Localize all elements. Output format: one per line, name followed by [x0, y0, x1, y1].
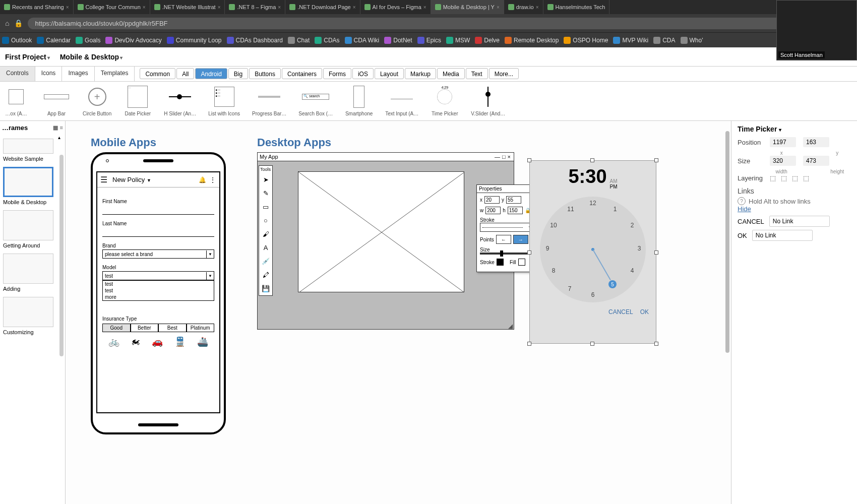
rect-icon[interactable]: ▭ — [259, 200, 272, 214]
brush-icon[interactable]: 🖌 — [259, 227, 272, 241]
tab-controls[interactable]: Controls — [0, 67, 35, 81]
browser-tab[interactable]: .NET Download Page× — [285, 0, 360, 14]
tab-templates[interactable]: Templates — [95, 67, 135, 81]
widget-item[interactable]: App Bar — [42, 85, 71, 117]
scrollbar-vertical[interactable] — [724, 121, 731, 504]
last-name-input[interactable] — [102, 227, 214, 237]
arrow-left-button[interactable]: ← — [496, 235, 511, 244]
link-select[interactable]: No Link — [769, 216, 830, 227]
minimize-icon[interactable]: — — [494, 154, 501, 160]
car-icon[interactable]: 🚗 — [152, 336, 163, 347]
desktop-window-mockup[interactable]: My App — □ × Tools ➤ ✎ ▭ ○ 🖌 A 💉 🖍 — [257, 152, 514, 330]
cancel-button[interactable]: CANCEL — [608, 308, 633, 316]
filter-button[interactable]: All — [176, 68, 194, 79]
help-icon[interactable]: ? — [738, 197, 746, 205]
bookmark[interactable]: DotNet — [384, 37, 412, 44]
y-input[interactable] — [506, 196, 521, 204]
selection-handle[interactable] — [527, 250, 531, 255]
bring-front-icon[interactable]: ⬚ — [770, 174, 776, 182]
resize-handle-icon[interactable]: ◢ — [508, 323, 513, 330]
send-backward-icon[interactable]: ⬚ — [792, 174, 798, 182]
close-icon[interactable]: × — [66, 5, 69, 10]
phone-mockup[interactable]: ☰ New Policy ▼ 🔔 ⋮ First Name Last Name … — [91, 152, 226, 434]
list-item[interactable]: test — [103, 287, 214, 294]
fill-color-swatch[interactable] — [518, 259, 525, 266]
arrow-right-button[interactable]: → — [513, 235, 528, 244]
bookmark[interactable]: Who' — [681, 37, 703, 44]
browser-tab[interactable]: Hanselminutes Tech — [543, 0, 610, 14]
first-name-input[interactable] — [102, 205, 214, 215]
browser-tab[interactable]: Mobile & Desktop | Y× — [431, 0, 504, 14]
wireframe-thumb[interactable]: Getting Around — [2, 209, 63, 249]
browser-tab[interactable]: Recents and Sharing× — [0, 0, 74, 14]
motorcycle-icon[interactable]: 🏍 — [131, 336, 140, 347]
segment-button[interactable]: Better — [131, 324, 159, 332]
bookmark[interactable]: CDAs — [315, 37, 339, 44]
widget-item[interactable]: Smartphone — [345, 85, 373, 117]
widget-item[interactable]: Text Input (A… — [385, 85, 418, 117]
panel-title[interactable]: Time Picker ▾ — [738, 125, 851, 133]
pencil-icon[interactable]: ✎ — [259, 186, 272, 200]
close-icon[interactable]: × — [536, 5, 539, 10]
link-select[interactable]: No Link — [752, 230, 813, 241]
lock-icon[interactable]: 🔒 — [14, 19, 23, 27]
pm-label[interactable]: PM — [610, 184, 618, 190]
model-select[interactable]: test — [102, 271, 214, 280]
bicycle-icon[interactable]: 🚲 — [108, 336, 119, 347]
widget-item[interactable]: +Circle Button — [83, 85, 111, 117]
bookmark[interactable]: DevDiv Advocacy — [105, 37, 161, 44]
selection-handle[interactable] — [654, 250, 658, 255]
app-title[interactable]: New Policy ▼ — [107, 176, 199, 183]
url-input[interactable]: https://balsamiq.cloud/stovuk0/ppdghlk/r… — [28, 18, 815, 29]
circle-icon[interactable]: ○ — [259, 214, 272, 227]
widget-item[interactable]: Progress Bar… — [252, 85, 286, 117]
close-icon[interactable]: × — [218, 5, 221, 10]
x-input[interactable] — [484, 196, 500, 204]
project-selector[interactable]: First Project▾ — [5, 53, 50, 61]
wireframe-thumb[interactable]: Mobile & Desktop — [2, 166, 63, 206]
wireframe-thumb[interactable]: Adding — [2, 253, 63, 293]
widget-item[interactable]: ···Date Picker — [124, 85, 152, 117]
selection-handle[interactable] — [527, 158, 531, 162]
stroke-select[interactable]: ▼ — [480, 223, 535, 232]
bookmark[interactable]: OSPO Home — [564, 37, 608, 44]
close-icon[interactable]: × — [507, 154, 512, 160]
send-back-icon[interactable]: ⬚ — [803, 174, 809, 182]
close-icon[interactable]: × — [353, 5, 356, 10]
filter-button[interactable]: Layout — [375, 68, 404, 79]
tools-panel[interactable]: Tools ➤ ✎ ▭ ○ 🖌 A 💉 🖍 💾 — [259, 165, 273, 296]
time-picker-mockup[interactable]: 5:30 AMPM 12 1 2 3 4 5 6 7 8 9 10 11 CAN… — [529, 160, 656, 344]
grid-icon[interactable]: ▦ — [53, 124, 58, 131]
w-input[interactable] — [485, 207, 501, 214]
am-label[interactable]: AM — [610, 178, 618, 184]
pointer-icon[interactable]: ➤ — [259, 173, 272, 186]
position-y-input[interactable] — [803, 137, 829, 147]
bookmark[interactable]: Goals — [76, 37, 100, 44]
bookmark[interactable]: Outlook — [2, 37, 32, 44]
list-item[interactable]: more — [103, 294, 214, 300]
bookmark[interactable]: Delve — [475, 37, 500, 44]
list-item[interactable]: test — [103, 281, 214, 287]
widget-item[interactable]: …ox (A… — [2, 85, 30, 117]
bring-forward-icon[interactable]: ⬚ — [781, 174, 787, 182]
selection-handle[interactable] — [590, 342, 594, 346]
segment-button[interactable]: Best — [158, 324, 187, 332]
filter-button[interactable]: Text — [466, 68, 488, 79]
train-icon[interactable]: 🚆 — [174, 336, 186, 347]
selection-handle[interactable] — [654, 158, 658, 162]
selection-handle[interactable] — [654, 342, 658, 346]
model-listbox[interactable]: test test more — [102, 280, 214, 301]
widget-item[interactable]: H Slider (An… — [164, 85, 196, 117]
ok-button[interactable]: OK — [640, 308, 649, 316]
close-icon[interactable]: × — [278, 5, 281, 10]
bookmark[interactable]: CDA Wiki — [345, 37, 380, 44]
stroke-color-swatch[interactable] — [497, 259, 504, 266]
selection-handle[interactable] — [590, 158, 594, 162]
browser-tab[interactable]: College Tour Commun× — [74, 0, 150, 14]
bell-icon[interactable]: 🔔 — [199, 176, 206, 183]
h-input[interactable] — [508, 207, 523, 214]
bookmark[interactable]: CDAs Dashboard — [227, 37, 283, 44]
bookmark[interactable]: Epics — [417, 37, 441, 44]
filter-button[interactable]: Android — [195, 68, 227, 79]
fill-icon[interactable]: 🖍 — [259, 268, 272, 282]
